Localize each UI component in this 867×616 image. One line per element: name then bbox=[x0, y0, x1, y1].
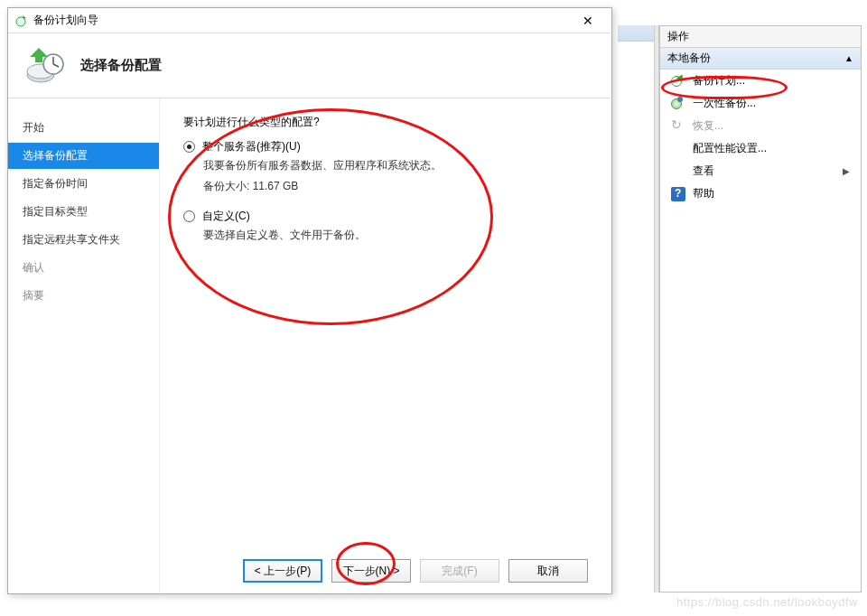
watermark-text: https://blog.csdn.net/lookboydfw bbox=[676, 595, 858, 609]
prev-button[interactable]: < 上一步(P) bbox=[243, 559, 322, 583]
action-perf-settings[interactable]: 配置性能设置... bbox=[660, 137, 861, 160]
wizard-step-select-config[interactable]: 选择备份配置 bbox=[8, 143, 159, 169]
blank-icon bbox=[671, 164, 685, 179]
help-icon bbox=[671, 187, 685, 201]
dialog-heading: 选择备份配置 bbox=[80, 57, 162, 74]
action-label: 一次性备份... bbox=[693, 96, 756, 111]
actions-panel-subheader[interactable]: 本地备份 ▲ bbox=[660, 48, 861, 70]
radio-full-server[interactable] bbox=[183, 141, 195, 153]
dialog-header-band: 选择备份配置 bbox=[8, 33, 611, 98]
option-custom[interactable]: 自定义(C) 要选择自定义卷、文件用于备份。 bbox=[183, 209, 588, 243]
radio-full-server-desc: 我要备份所有服务器数据、应用程序和系统状态。 bbox=[203, 158, 588, 173]
backup-once-icon bbox=[671, 97, 685, 111]
action-recover: 恢复... bbox=[660, 115, 861, 137]
dialog-titlebar: 备份计划向导 ✕ bbox=[8, 8, 611, 33]
radio-full-server-label: 整个服务器(推荐)(U) bbox=[202, 139, 301, 154]
actions-subheader-label: 本地备份 bbox=[667, 51, 711, 66]
background-toolbar-fragment bbox=[618, 25, 654, 42]
action-backup-schedule[interactable]: 备份计划... bbox=[660, 70, 861, 92]
radio-custom[interactable] bbox=[183, 210, 195, 222]
schedule-icon bbox=[671, 74, 685, 89]
action-label: 恢复... bbox=[693, 118, 723, 134]
actions-panel-header: 操作 bbox=[660, 26, 861, 48]
cancel-button[interactable]: 取消 bbox=[508, 559, 588, 583]
dialog-body: 开始 选择备份配置 指定备份时间 指定目标类型 指定远程共享文件夹 确认 摘要 … bbox=[8, 98, 611, 593]
close-button[interactable]: ✕ bbox=[570, 10, 606, 32]
action-label: 备份计划... bbox=[693, 73, 745, 89]
wizard-content: 要计划进行什么类型的配置? 整个服务器(推荐)(U) 我要备份所有服务器数据、应… bbox=[160, 98, 611, 593]
wizard-step-target-type[interactable]: 指定目标类型 bbox=[8, 199, 159, 225]
next-button[interactable]: 下一步(N) > bbox=[331, 559, 411, 583]
actions-panel: 操作 本地备份 ▲ 备份计划... 一次性备份... 恢复... 配置性能设置.… bbox=[659, 25, 862, 593]
wizard-step-schedule-time[interactable]: 指定备份时间 bbox=[8, 171, 159, 197]
action-label: 帮助 bbox=[693, 186, 714, 201]
option-full-server[interactable]: 整个服务器(推荐)(U) 我要备份所有服务器数据、应用程序和系统状态。 备份大小… bbox=[183, 139, 588, 194]
action-label: 配置性能设置... bbox=[693, 141, 767, 156]
collapse-icon: ▲ bbox=[844, 53, 853, 63]
wizard-title-icon bbox=[14, 14, 28, 28]
finish-button: 完成(F) bbox=[420, 559, 499, 583]
wizard-step-confirm: 确认 bbox=[8, 255, 159, 281]
config-question: 要计划进行什么类型的配置? bbox=[183, 115, 588, 130]
wizard-heading-icon bbox=[24, 44, 68, 88]
wizard-button-row: < 上一步(P) 下一步(N) > 完成(F) 取消 bbox=[183, 546, 588, 583]
action-label: 查看 bbox=[693, 163, 714, 179]
radio-custom-desc: 要选择自定义卷、文件用于备份。 bbox=[203, 228, 588, 243]
wizard-step-sidebar: 开始 选择备份配置 指定备份时间 指定目标类型 指定远程共享文件夹 确认 摘要 bbox=[8, 98, 160, 593]
recover-icon bbox=[671, 119, 685, 134]
radio-custom-label: 自定义(C) bbox=[202, 209, 250, 224]
dialog-title: 备份计划向导 bbox=[33, 13, 570, 28]
action-view[interactable]: 查看 ▶ bbox=[660, 160, 861, 182]
submenu-arrow-icon: ▶ bbox=[843, 166, 850, 176]
radio-full-server-size: 备份大小: 11.67 GB bbox=[203, 179, 588, 194]
wizard-step-remote-share[interactable]: 指定远程共享文件夹 bbox=[8, 227, 159, 253]
wizard-step-start[interactable]: 开始 bbox=[8, 115, 159, 141]
action-help[interactable]: 帮助 bbox=[660, 182, 861, 205]
backup-wizard-dialog: 备份计划向导 ✕ 选择备份配置 开始 选择备份配置 指定备份时间 指定目标类型 … bbox=[7, 7, 612, 594]
action-backup-once[interactable]: 一次性备份... bbox=[660, 92, 861, 115]
blank-icon bbox=[671, 142, 685, 156]
wizard-step-summary: 摘要 bbox=[8, 283, 159, 309]
